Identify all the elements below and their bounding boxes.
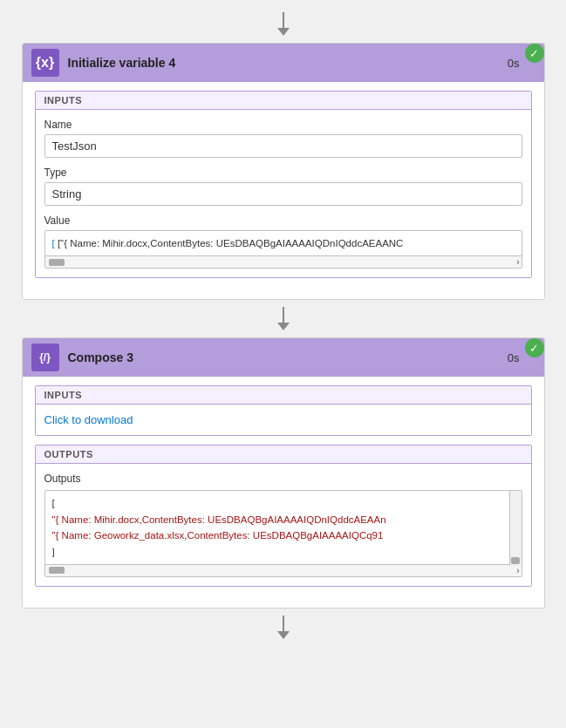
- card2-header[interactable]: {/} Compose 3 0s ✓: [23, 338, 544, 377]
- card1-value-line: [ ["{ Name: Mihir.docx,ContentBytes: UEs…: [52, 235, 515, 251]
- card1-value-box: [ ["{ Name: Mihir.docx,ContentBytes: UEs…: [44, 230, 522, 269]
- output-bracket-open: [: [52, 495, 506, 511]
- card1-name-value: TestJson: [44, 134, 522, 158]
- connector-arrow-top: [277, 12, 290, 36]
- checkmark-icon-2: ✓: [529, 342, 539, 355]
- card2-vscroll-thumb: [511, 557, 520, 564]
- card2-body: INPUTS Click to download OUTPUTS Outputs…: [23, 377, 544, 608]
- card1-title: Initialize variable 4: [68, 56, 508, 70]
- card2-inputs-section: INPUTS Click to download: [35, 385, 532, 436]
- initialize-variable-card: {x} Initialize variable 4 0s ✓ INPUTS Na…: [22, 43, 545, 300]
- connector-arrow-middle: [277, 307, 290, 330]
- output-line-2: "{ Name: Geoworkz_data.xlsx,ContentBytes…: [52, 527, 506, 543]
- card1-value-inner: [ ["{ Name: Mihir.docx,ContentBytes: UEs…: [45, 231, 522, 255]
- click-to-download-link[interactable]: Click to download: [44, 413, 133, 426]
- card2-status-badge: ✓: [525, 338, 544, 357]
- card2-hscroll[interactable]: ›: [45, 564, 522, 576]
- card1-value-label: Value: [44, 214, 522, 227]
- card2-time: 0s: [508, 351, 520, 364]
- card2-inputs-label: INPUTS: [36, 386, 531, 405]
- card1-body: INPUTS Name TestJson Type String Value […: [23, 82, 544, 299]
- card2-outputs-inner: [ "{ Name: Mihir.docx,ContentBytes: UEsD…: [45, 491, 522, 564]
- card1-name-label: Name: [44, 119, 522, 131]
- output-line-1: "{ Name: Mihir.docx,ContentBytes: UEsDBA…: [52, 512, 506, 527]
- card2-outputs-field-label: Outputs: [44, 473, 522, 485]
- card2-title: Compose 3: [68, 350, 508, 364]
- card2-outputs-content: Outputs [ "{ Name: Mihir.docx,ContentByt…: [36, 464, 531, 586]
- card1-type-label: Type: [44, 167, 522, 179]
- card2-vscroll[interactable]: [509, 491, 522, 566]
- checkmark-icon: ✓: [529, 47, 539, 60]
- card1-inputs-section: INPUTS Name TestJson Type String Value […: [35, 91, 532, 278]
- card1-hscroll-thumb: [49, 259, 65, 266]
- card1-icon: {x}: [31, 49, 59, 77]
- card1-status-badge: ✓: [525, 44, 544, 63]
- card2-hscroll-thumb: [49, 567, 65, 574]
- connector-arrow-bottom: [277, 616, 290, 639]
- card2-inputs-content: Click to download: [36, 405, 531, 435]
- output-bracket-close: ]: [52, 544, 506, 560]
- card1-inputs-label: INPUTS: [36, 92, 531, 110]
- card1-icon-label: {x}: [36, 55, 54, 71]
- compose-card: {/} Compose 3 0s ✓ INPUTS Click to downl…: [22, 337, 545, 609]
- card2-outputs-label: OUTPUTS: [36, 446, 531, 464]
- card2-scroll-right-icon: ›: [516, 566, 519, 575]
- card2-icon-label: {/}: [39, 351, 51, 364]
- card2-outputs-box: [ "{ Name: Mihir.docx,ContentBytes: UEsD…: [44, 490, 522, 577]
- card1-type-value: String: [44, 182, 522, 206]
- card1-hscroll[interactable]: ›: [45, 255, 522, 268]
- card2-icon: {/}: [31, 344, 59, 371]
- card1-header[interactable]: {x} Initialize variable 4 0s ✓: [23, 44, 544, 82]
- card1-time: 0s: [508, 57, 520, 70]
- card1-scroll-right-icon: ›: [516, 257, 519, 267]
- card2-outputs-section: OUTPUTS Outputs [ "{ Name: Mihir.docx,Co…: [35, 445, 532, 587]
- card1-inputs-content: Name TestJson Type String Value [ ["{ Na…: [36, 110, 531, 277]
